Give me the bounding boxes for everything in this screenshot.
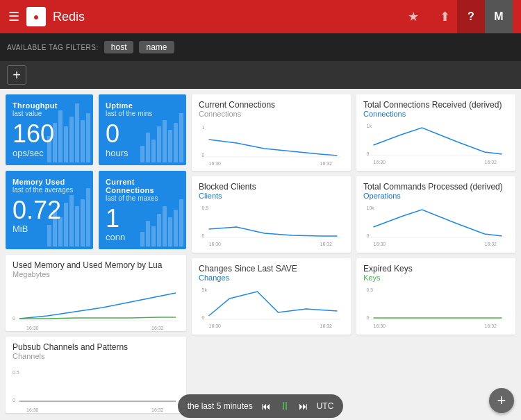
svg-text:0: 0 [367, 151, 370, 156]
metric-bars [140, 94, 186, 165]
svg-text:16:30: 16:30 [26, 326, 39, 330]
svg-text:16:32: 16:32 [151, 408, 164, 412]
help-button[interactable]: ? [457, 0, 485, 33]
svg-text:0: 0 [202, 153, 205, 158]
svg-text:0.5: 0.5 [13, 370, 19, 375]
chart-subtitle: Connections [199, 110, 344, 118]
app-logo: ● [26, 7, 46, 26]
chart-title: Total Connections Received (derived) [363, 100, 508, 110]
dashboard-grid: Throughput last value 160 ops/sec Uptime [0, 89, 521, 419]
chart-subtitle: Clients [199, 192, 344, 200]
svg-text:1k: 1k [367, 124, 372, 128]
svg-text:0.5: 0.5 [202, 205, 209, 210]
chart-subtitle: Megabytes [13, 270, 179, 278]
time-control: the last 5 minutes ⏮ ⏸ ⏭ UTC [178, 394, 344, 418]
chart-title: Used Memory and Used Memory by Lua [13, 260, 179, 270]
header-right: ? M [457, 0, 513, 33]
chart-title: Blocked Clients [199, 182, 344, 192]
metric-connections: Current Connections last of the maxes 1 … [99, 171, 186, 250]
metric-throughput: Throughput last value 160 ops/sec [6, 94, 93, 165]
svg-text:1: 1 [202, 125, 205, 130]
avatar[interactable]: M [485, 0, 513, 33]
svg-text:16:32: 16:32 [151, 326, 164, 330]
chart-title: Pubsub Channels and Patterns [13, 342, 179, 352]
metric-bars [140, 171, 186, 250]
chart-total-connections: Total Connections Received (derived) Con… [356, 94, 515, 171]
favorite-icon[interactable]: ★ [408, 9, 419, 24]
chart-used-memory: Used Memory and Used Memory by Lua Megab… [6, 255, 186, 331]
metric-row-top: Throughput last value 160 ops/sec Uptime [6, 94, 186, 165]
svg-text:16:30: 16:30 [374, 242, 386, 246]
metric-bars [47, 94, 93, 165]
svg-text:0.5: 0.5 [367, 287, 374, 292]
metric-memory: Memory Used last of the averages 0.72 Mi… [6, 171, 93, 250]
metric-row-bottom: Memory Used last of the averages 0.72 Mi… [6, 171, 186, 250]
metric-bars [47, 171, 93, 250]
svg-text:16:30: 16:30 [209, 324, 222, 328]
chart-blocked-clients: Blocked Clients Clients 0.5 0 16:30 16:3… [192, 176, 351, 253]
timezone-label: UTC [317, 401, 334, 411]
svg-text:16:32: 16:32 [485, 242, 497, 246]
chart-svg: 0.5 0 16:30 16:32 [13, 364, 179, 406]
svg-text:0: 0 [13, 398, 15, 403]
share-icon[interactable]: ⬆ [440, 9, 450, 24]
chart-expired-keys: Expired Keys Keys 0.5 0 16:30 16:32 [356, 258, 515, 335]
chart-svg: 10k 0 16:30 16:32 [363, 203, 508, 241]
chart-svg: 1 0 16:30 16:32 [199, 122, 344, 160]
menu-icon[interactable]: ☰ [8, 9, 19, 24]
chart-title: Changes Since Last SAVE [199, 264, 344, 274]
svg-text:16:30: 16:30 [26, 408, 39, 412]
tag-filters-label: AVAILABLE TAG FILTERS: [7, 44, 99, 51]
time-range-label: the last 5 minutes [188, 401, 253, 411]
chart-changes-save: Changes Since Last SAVE Changes 5k 0 16:… [192, 258, 351, 335]
tag-filters-bar: AVAILABLE TAG FILTERS: host name [0, 33, 521, 61]
app-header: ☰ ● Redis ★ ⬆ ? M [0, 0, 521, 33]
svg-text:5k: 5k [202, 287, 208, 292]
svg-text:10k: 10k [367, 205, 375, 210]
chart-svg: 0.5 0 16:30 16:32 [199, 203, 344, 241]
svg-text:16:32: 16:32 [320, 242, 333, 246]
svg-text:16:30: 16:30 [374, 160, 386, 165]
chart-subtitle: Keys [363, 274, 508, 282]
app-title: Redis [53, 10, 401, 24]
chart-svg: 0.5 0 16:30 16:32 [363, 285, 508, 323]
svg-text:16:32: 16:32 [320, 161, 333, 166]
chart-svg: 0 16:30 16:32 [13, 283, 179, 324]
svg-text:16:32: 16:32 [485, 160, 497, 165]
svg-text:0: 0 [202, 233, 205, 238]
tag-name[interactable]: name [139, 41, 174, 53]
pause-button[interactable]: ⏸ [279, 400, 290, 412]
add-panel-button[interactable]: + [7, 65, 26, 85]
forward-button[interactable]: ⏭ [299, 401, 308, 412]
dashboard-toolbar: + [0, 61, 521, 89]
chart-title: Total Commands Processed (derived) [363, 182, 508, 192]
chart-current-connections: Current Connections Connections 1 0 16:3… [192, 94, 351, 171]
svg-text:16:30: 16:30 [374, 324, 386, 328]
fab-add-button[interactable]: + [489, 388, 514, 413]
right-column: Total Connections Received (derived) Con… [356, 94, 515, 413]
chart-subtitle: Changes [199, 274, 344, 282]
chart-subtitle: Channels [13, 352, 179, 360]
svg-text:0: 0 [202, 315, 205, 320]
metric-tiles-column: Throughput last value 160 ops/sec Uptime [6, 94, 186, 413]
chart-subtitle: Operations [363, 192, 508, 200]
svg-text:0: 0 [367, 233, 370, 238]
chart-pubsub: Pubsub Channels and Patterns Channels 0.… [6, 337, 186, 413]
chart-subtitle: Connections [363, 110, 508, 118]
svg-text:16:30: 16:30 [209, 161, 222, 166]
middle-column: Current Connections Connections 1 0 16:3… [192, 94, 351, 413]
svg-text:16:30: 16:30 [209, 242, 222, 246]
chart-svg: 1k 0 16:30 16:32 [363, 121, 508, 159]
svg-text:0: 0 [13, 316, 15, 321]
tag-host[interactable]: host [104, 41, 134, 53]
chart-svg: 5k 0 16:30 16:32 [199, 285, 344, 323]
metric-uptime: Uptime last of the mins 0 hours [99, 94, 186, 165]
chart-title: Current Connections [199, 100, 344, 110]
rewind-button[interactable]: ⏮ [261, 401, 271, 412]
svg-text:16:32: 16:32 [320, 324, 333, 328]
svg-text:16:32: 16:32 [485, 324, 497, 328]
svg-text:0: 0 [367, 315, 370, 320]
chart-title: Expired Keys [363, 264, 508, 274]
chart-total-commands: Total Commands Processed (derived) Opera… [356, 176, 515, 253]
